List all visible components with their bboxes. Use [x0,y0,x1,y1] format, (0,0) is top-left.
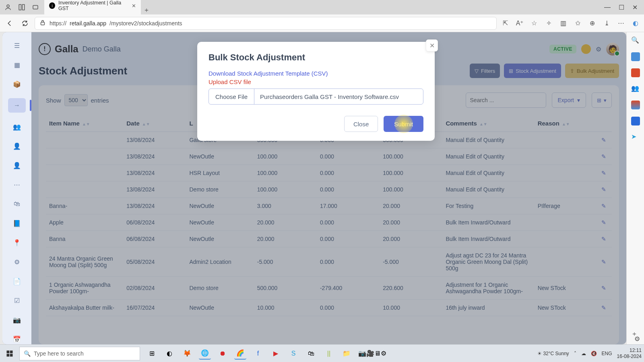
nav-report-icon[interactable]: 📄 [12,276,22,286]
store-icon[interactable]: 🛍 [305,348,317,360]
svg-rect-8 [10,354,13,356]
svg-rect-7 [7,354,10,356]
workspaces-icon[interactable] [17,2,27,12]
nav-check-icon[interactable]: ☑ [12,295,22,306]
more-icon[interactable]: ⋯ [617,19,625,27]
shopping-icon[interactable] [631,52,640,61]
youtube-icon[interactable]: ▶ [270,348,282,360]
lock-icon [39,19,46,27]
send-icon[interactable]: ➤ [631,133,640,142]
explorer-icon[interactable]: 📁 [341,348,353,360]
weather-widget[interactable]: ☀ 32°C Sunny [537,351,569,356]
back-button[interactable] [4,18,15,29]
modal-close-action[interactable]: Close [344,116,378,132]
clock-date: 16-08-2024 [617,354,642,359]
windows-taskbar: 🔍 Type here to search ⊞ ◐ 🦊 🌐 ⏺ 🌈 f ▶ S … [0,344,644,362]
svg-rect-3 [33,6,38,9]
nav-customers-icon[interactable]: 👥 [12,121,22,132]
volume-icon[interactable]: 🔇 [591,351,597,356]
start-button[interactable] [2,346,17,361]
extensions-icon[interactable]: ✧ [544,19,553,27]
close-window-icon[interactable]: ✕ [632,4,638,11]
nav-user-icon[interactable]: 👤 [12,141,22,151]
tools-icon[interactable] [631,68,640,77]
browser-tab-strip: i Inventory Adjustment | Galla GST ✕ ＋ —… [0,0,644,14]
modal-title: Bulk Stock Adjustment [208,52,423,63]
office-icon[interactable] [631,101,640,109]
nav-user2-icon[interactable]: 👤 [12,160,22,171]
search-icon: 🔍 [24,350,31,357]
tray-chevron-icon[interactable]: ˄ [574,351,576,356]
url-input[interactable]: https://retail.galla.app/mystorev2/stock… [35,17,497,30]
nav-book-icon[interactable]: 📘 [12,218,22,228]
read-aloud-icon[interactable]: A⁺ [515,19,524,27]
svg-rect-1 [19,4,21,10]
open-external-icon[interactable]: ⇱ [501,19,510,27]
collections-icon[interactable]: ⊕ [588,19,597,27]
nav-more-icon[interactable]: ⋯ [12,179,22,190]
edge-settings-icon[interactable]: ⚙ [634,335,640,343]
svg-rect-5 [7,350,10,353]
browser-tab-active[interactable]: i Inventory Adjustment | Galla GST ✕ [44,0,141,14]
record-icon[interactable]: ⏺ [217,348,229,360]
new-tab-button[interactable]: ＋ [141,6,152,14]
maximize-icon[interactable]: ☐ [619,4,624,11]
download-template-link[interactable]: Download Stock Adjustment Template (CSV) [208,70,423,77]
url-prefix: https:// [50,20,66,27]
profile-icon[interactable] [3,2,13,12]
search-placeholder: Type here to search [34,350,84,357]
nav-purchase-icon[interactable]: 🛍 [12,199,22,209]
nav-dashboard-icon[interactable]: ▦ [12,60,22,70]
minimize-icon[interactable]: — [604,4,611,11]
chrome-icon[interactable]: 🌈 [234,348,246,360]
choose-file-button[interactable]: Choose File [209,89,254,104]
favicon-icon: i [49,2,55,9]
edge-sidebar: 🔍 👥 ➤ ＋ [626,32,644,344]
people-icon[interactable]: 👥 [631,84,640,93]
selected-filename: Purchaseorders Galla GST - Inventory Sof… [254,89,423,104]
copilot-task-icon[interactable]: ◐ [163,348,175,360]
firefox-icon[interactable]: 🦊 [181,348,193,360]
facebook-icon[interactable]: f [252,348,264,360]
search-side-icon[interactable]: 🔍 [631,36,640,45]
game-bar-icon[interactable]: 📷🎥🖥⚙ [358,350,386,357]
url-path: /mystorev2/stockadjustments [109,20,182,27]
skype-icon[interactable]: S [287,348,299,360]
svg-rect-6 [10,350,13,353]
nav-location-icon[interactable]: 📍 [12,237,22,248]
browser-address-bar: https://retail.galla.app/mystorev2/stock… [0,14,644,32]
edge-icon[interactable]: 🌐 [199,348,211,360]
split-screen-icon[interactable]: ▥ [559,19,568,27]
file-input-row: Choose File Purchaseorders Galla GST - I… [208,88,423,105]
onedrive-icon[interactable]: ☁ [581,351,586,356]
left-nav: ☰ ▦ 📦 → 👥 👤 👤 ⋯ 🛍 📘 📍 ⚙ 📄 ☑ 📷 📅 [2,32,31,344]
close-tab-icon[interactable]: ✕ [132,3,136,9]
svg-rect-4 [41,22,45,25]
language-indicator[interactable]: ENG [602,351,612,356]
modal-submit-button[interactable]: Submit [384,116,423,132]
nav-settings-icon[interactable]: ⚙ [12,257,22,267]
svg-rect-2 [23,4,25,10]
copilot-icon[interactable]: ◐ [631,19,640,27]
modal-close-button[interactable]: ✕ [426,39,438,51]
favorite-icon[interactable]: ☆ [530,19,539,27]
nav-menu-icon[interactable]: ☰ [12,40,22,51]
taskbar-search[interactable]: 🔍 Type here to search [19,347,140,360]
submit-label: Submit [394,121,413,128]
tab-actions-icon[interactable] [31,2,40,12]
nav-inventory-icon[interactable]: 📦 [12,79,22,89]
svg-point-0 [7,5,9,7]
app-icon[interactable]: || [323,348,335,360]
bulk-adjustment-modal: ✕ Bulk Stock Adjustment Download Stock A… [197,42,435,141]
upload-label: Upload CSV file [208,78,423,85]
outlook-icon[interactable] [631,117,640,125]
downloads-icon[interactable]: ⤓ [602,19,611,27]
favorites-bar-icon[interactable]: ✩ [573,19,582,27]
task-view-icon[interactable]: ⊞ [146,348,158,360]
url-host: retail.galla.app [70,20,106,27]
nav-adjustment-icon[interactable]: → [8,98,26,113]
nav-calendar-icon[interactable]: 📅 [12,334,22,344]
clock[interactable]: 12:11 16-08-2024 [617,348,642,359]
nav-camera-icon[interactable]: 📷 [12,315,22,325]
refresh-button[interactable] [19,18,31,29]
